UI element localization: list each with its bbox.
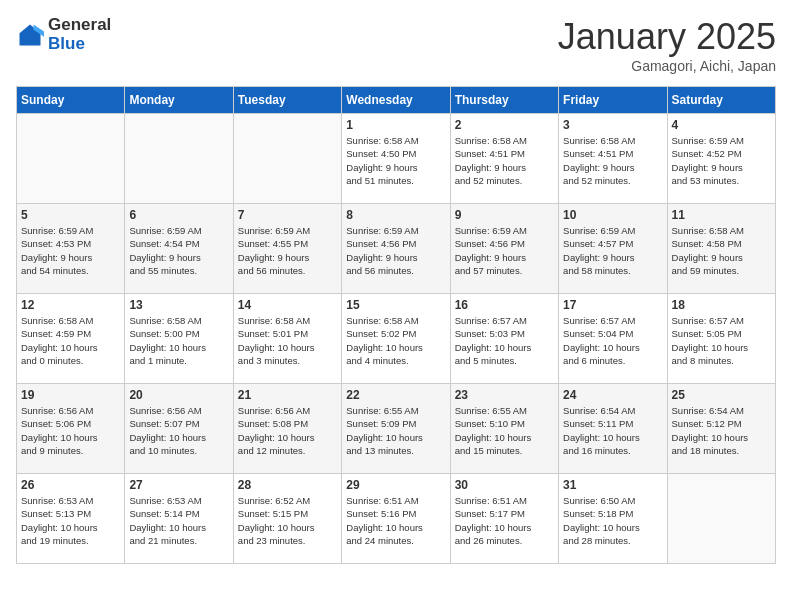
day-number: 6 [129, 208, 228, 222]
calendar-cell: 17Sunrise: 6:57 AM Sunset: 5:04 PM Dayli… [559, 294, 667, 384]
calendar-cell: 30Sunrise: 6:51 AM Sunset: 5:17 PM Dayli… [450, 474, 558, 564]
day-info: Sunrise: 6:58 AM Sunset: 4:51 PM Dayligh… [563, 134, 662, 187]
day-info: Sunrise: 6:51 AM Sunset: 5:17 PM Dayligh… [455, 494, 554, 547]
day-info: Sunrise: 6:53 AM Sunset: 5:14 PM Dayligh… [129, 494, 228, 547]
calendar-cell: 9Sunrise: 6:59 AM Sunset: 4:56 PM Daylig… [450, 204, 558, 294]
day-number: 2 [455, 118, 554, 132]
title-block: January 2025 Gamagori, Aichi, Japan [558, 16, 776, 74]
logo-icon [16, 21, 44, 49]
calendar-cell: 11Sunrise: 6:58 AM Sunset: 4:58 PM Dayli… [667, 204, 775, 294]
page-header: General Blue January 2025 Gamagori, Aich… [16, 16, 776, 74]
day-header-saturday: Saturday [667, 87, 775, 114]
calendar-cell: 21Sunrise: 6:56 AM Sunset: 5:08 PM Dayli… [233, 384, 341, 474]
calendar-cell: 22Sunrise: 6:55 AM Sunset: 5:09 PM Dayli… [342, 384, 450, 474]
day-number: 14 [238, 298, 337, 312]
calendar-cell: 26Sunrise: 6:53 AM Sunset: 5:13 PM Dayli… [17, 474, 125, 564]
day-info: Sunrise: 6:54 AM Sunset: 5:12 PM Dayligh… [672, 404, 771, 457]
day-number: 9 [455, 208, 554, 222]
calendar-cell: 10Sunrise: 6:59 AM Sunset: 4:57 PM Dayli… [559, 204, 667, 294]
calendar-cell [667, 474, 775, 564]
day-info: Sunrise: 6:57 AM Sunset: 5:04 PM Dayligh… [563, 314, 662, 367]
calendar-cell: 28Sunrise: 6:52 AM Sunset: 5:15 PM Dayli… [233, 474, 341, 564]
calendar-cell: 2Sunrise: 6:58 AM Sunset: 4:51 PM Daylig… [450, 114, 558, 204]
day-number: 4 [672, 118, 771, 132]
day-info: Sunrise: 6:55 AM Sunset: 5:09 PM Dayligh… [346, 404, 445, 457]
calendar-cell: 15Sunrise: 6:58 AM Sunset: 5:02 PM Dayli… [342, 294, 450, 384]
day-info: Sunrise: 6:59 AM Sunset: 4:53 PM Dayligh… [21, 224, 120, 277]
day-number: 28 [238, 478, 337, 492]
day-number: 10 [563, 208, 662, 222]
day-info: Sunrise: 6:59 AM Sunset: 4:57 PM Dayligh… [563, 224, 662, 277]
calendar-cell: 31Sunrise: 6:50 AM Sunset: 5:18 PM Dayli… [559, 474, 667, 564]
calendar-cell [233, 114, 341, 204]
logo-general: General [48, 16, 111, 35]
calendar-cell: 4Sunrise: 6:59 AM Sunset: 4:52 PM Daylig… [667, 114, 775, 204]
day-number: 17 [563, 298, 662, 312]
week-row-2: 5Sunrise: 6:59 AM Sunset: 4:53 PM Daylig… [17, 204, 776, 294]
calendar-cell: 12Sunrise: 6:58 AM Sunset: 4:59 PM Dayli… [17, 294, 125, 384]
day-number: 25 [672, 388, 771, 402]
day-header-friday: Friday [559, 87, 667, 114]
calendar-cell: 27Sunrise: 6:53 AM Sunset: 5:14 PM Dayli… [125, 474, 233, 564]
day-info: Sunrise: 6:59 AM Sunset: 4:55 PM Dayligh… [238, 224, 337, 277]
logo: General Blue [16, 16, 111, 53]
day-header-thursday: Thursday [450, 87, 558, 114]
day-info: Sunrise: 6:56 AM Sunset: 5:06 PM Dayligh… [21, 404, 120, 457]
day-info: Sunrise: 6:58 AM Sunset: 5:02 PM Dayligh… [346, 314, 445, 367]
calendar-cell: 24Sunrise: 6:54 AM Sunset: 5:11 PM Dayli… [559, 384, 667, 474]
day-number: 11 [672, 208, 771, 222]
day-info: Sunrise: 6:58 AM Sunset: 4:58 PM Dayligh… [672, 224, 771, 277]
calendar-cell: 6Sunrise: 6:59 AM Sunset: 4:54 PM Daylig… [125, 204, 233, 294]
day-number: 16 [455, 298, 554, 312]
month-title: January 2025 [558, 16, 776, 58]
week-row-1: 1Sunrise: 6:58 AM Sunset: 4:50 PM Daylig… [17, 114, 776, 204]
calendar-cell: 3Sunrise: 6:58 AM Sunset: 4:51 PM Daylig… [559, 114, 667, 204]
day-number: 1 [346, 118, 445, 132]
day-number: 24 [563, 388, 662, 402]
calendar-cell: 19Sunrise: 6:56 AM Sunset: 5:06 PM Dayli… [17, 384, 125, 474]
day-number: 21 [238, 388, 337, 402]
calendar-cell: 13Sunrise: 6:58 AM Sunset: 5:00 PM Dayli… [125, 294, 233, 384]
calendar-cell: 20Sunrise: 6:56 AM Sunset: 5:07 PM Dayli… [125, 384, 233, 474]
day-info: Sunrise: 6:57 AM Sunset: 5:03 PM Dayligh… [455, 314, 554, 367]
day-header-sunday: Sunday [17, 87, 125, 114]
week-row-3: 12Sunrise: 6:58 AM Sunset: 4:59 PM Dayli… [17, 294, 776, 384]
day-info: Sunrise: 6:55 AM Sunset: 5:10 PM Dayligh… [455, 404, 554, 457]
day-number: 13 [129, 298, 228, 312]
day-header-monday: Monday [125, 87, 233, 114]
day-info: Sunrise: 6:50 AM Sunset: 5:18 PM Dayligh… [563, 494, 662, 547]
calendar-cell [17, 114, 125, 204]
day-number: 22 [346, 388, 445, 402]
day-info: Sunrise: 6:59 AM Sunset: 4:56 PM Dayligh… [455, 224, 554, 277]
day-info: Sunrise: 6:56 AM Sunset: 5:07 PM Dayligh… [129, 404, 228, 457]
day-header-wednesday: Wednesday [342, 87, 450, 114]
header-row: SundayMondayTuesdayWednesdayThursdayFrid… [17, 87, 776, 114]
day-info: Sunrise: 6:56 AM Sunset: 5:08 PM Dayligh… [238, 404, 337, 457]
day-info: Sunrise: 6:54 AM Sunset: 5:11 PM Dayligh… [563, 404, 662, 457]
calendar-cell: 8Sunrise: 6:59 AM Sunset: 4:56 PM Daylig… [342, 204, 450, 294]
day-number: 5 [21, 208, 120, 222]
day-info: Sunrise: 6:59 AM Sunset: 4:52 PM Dayligh… [672, 134, 771, 187]
calendar-cell: 7Sunrise: 6:59 AM Sunset: 4:55 PM Daylig… [233, 204, 341, 294]
day-info: Sunrise: 6:53 AM Sunset: 5:13 PM Dayligh… [21, 494, 120, 547]
calendar-cell: 16Sunrise: 6:57 AM Sunset: 5:03 PM Dayli… [450, 294, 558, 384]
day-number: 27 [129, 478, 228, 492]
day-info: Sunrise: 6:58 AM Sunset: 5:01 PM Dayligh… [238, 314, 337, 367]
location-subtitle: Gamagori, Aichi, Japan [558, 58, 776, 74]
logo-text: General Blue [48, 16, 111, 53]
day-info: Sunrise: 6:58 AM Sunset: 4:51 PM Dayligh… [455, 134, 554, 187]
day-number: 7 [238, 208, 337, 222]
calendar-cell: 18Sunrise: 6:57 AM Sunset: 5:05 PM Dayli… [667, 294, 775, 384]
day-info: Sunrise: 6:59 AM Sunset: 4:56 PM Dayligh… [346, 224, 445, 277]
calendar-cell [125, 114, 233, 204]
day-number: 19 [21, 388, 120, 402]
day-number: 20 [129, 388, 228, 402]
day-info: Sunrise: 6:58 AM Sunset: 4:50 PM Dayligh… [346, 134, 445, 187]
calendar-cell: 14Sunrise: 6:58 AM Sunset: 5:01 PM Dayli… [233, 294, 341, 384]
calendar-cell: 25Sunrise: 6:54 AM Sunset: 5:12 PM Dayli… [667, 384, 775, 474]
day-number: 29 [346, 478, 445, 492]
week-row-5: 26Sunrise: 6:53 AM Sunset: 5:13 PM Dayli… [17, 474, 776, 564]
day-number: 15 [346, 298, 445, 312]
day-info: Sunrise: 6:52 AM Sunset: 5:15 PM Dayligh… [238, 494, 337, 547]
day-info: Sunrise: 6:57 AM Sunset: 5:05 PM Dayligh… [672, 314, 771, 367]
